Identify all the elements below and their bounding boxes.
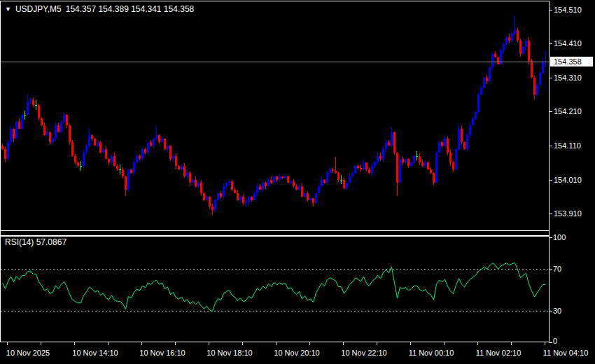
time-tick-label: 10 Nov 14:10 [72, 349, 118, 357]
rsi-indicator-label: RSI(14) 57.0867 [5, 237, 66, 247]
time-tick-label: 10 Nov 18:10 [206, 349, 252, 357]
time-tick-label: 11 Nov 00:10 [409, 349, 454, 357]
time-tick-label: 10 Nov 20:10 [274, 349, 319, 357]
rsi-tick-label: 0 [553, 337, 557, 345]
time-tick-label: 11 Nov 04:10 [543, 349, 589, 357]
price-tick-label: 154.310 [554, 74, 582, 82]
price-tick-label: 154.210 [554, 107, 582, 115]
price-tick-label: 154.410 [554, 39, 582, 48]
current-price-label: 154.358 [550, 57, 593, 66]
rsi-tick-label: 70 [553, 265, 561, 273]
chart-canvas[interactable]: 154.510154.410154.310154.210154.110154.0… [0, 0, 595, 364]
ohlc-readout: 154.357 154.389 154.341 154.358 [66, 4, 195, 14]
price-tick-label: 153.910 [554, 209, 582, 218]
price-tick-label: 154.010 [554, 176, 582, 184]
time-tick-label: 10 Nov 2025 [6, 349, 50, 357]
rsi-name: RSI(14) [5, 237, 34, 247]
symbol-period-label: USDJPY,M5 [15, 4, 62, 14]
time-tick-label: 11 Nov 02:10 [476, 349, 522, 357]
time-tick-label: 10 Nov 16:10 [139, 349, 185, 357]
mt4-chart-screen: { "window": { "symbol_dropdown_icon": "▼… [0, 0, 595, 364]
time-tick-label: 10 Nov 22:10 [341, 349, 386, 357]
rsi-tick-label: 30 [553, 307, 561, 315]
price-tick-label: 154.110 [554, 141, 581, 150]
rsi-tick-label: 100 [553, 233, 566, 241]
symbol-dropdown-icon[interactable]: ▼ [5, 5, 11, 13]
chart-title-bar: ▼USDJPY,M5154.357 154.389 154.341 154.35… [5, 4, 194, 14]
price-tick-label: 154.510 [554, 6, 582, 14]
rsi-value: 57.0867 [36, 237, 66, 247]
